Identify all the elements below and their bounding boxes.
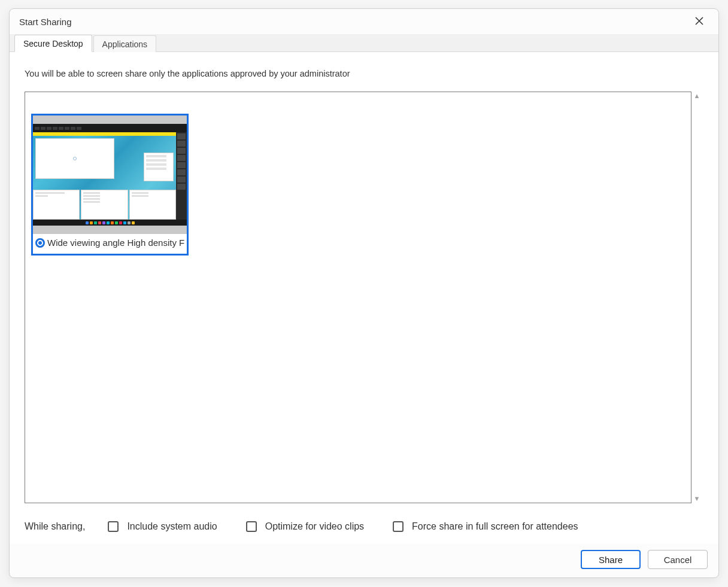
share-button[interactable]: Share bbox=[581, 550, 641, 569]
optimize-video-label: Optimize for video clips bbox=[265, 521, 364, 532]
close-icon bbox=[695, 17, 703, 27]
scroll-down-icon[interactable]: ▼ bbox=[694, 495, 700, 502]
radio-selected-icon bbox=[35, 238, 45, 248]
screen-label: Wide viewing angle High density F bbox=[47, 238, 184, 248]
close-button[interactable] bbox=[692, 14, 706, 29]
scroll-up-icon[interactable]: ▲ bbox=[694, 93, 700, 99]
checkbox-icon bbox=[246, 521, 257, 532]
checkbox-icon bbox=[393, 521, 404, 532]
tab-content: You will be able to screen share only th… bbox=[10, 52, 718, 544]
include-audio-checkbox[interactable]: Include system audio bbox=[108, 521, 217, 532]
tabs-row: Secure Desktop Applications bbox=[10, 34, 718, 52]
optimize-video-checkbox[interactable]: Optimize for video clips bbox=[246, 521, 364, 532]
while-sharing-label: While sharing, bbox=[25, 521, 85, 532]
force-fullscreen-label: Force share in full screen for attendees bbox=[412, 521, 578, 532]
checkbox-icon bbox=[108, 521, 119, 532]
sharing-options: While sharing, Include system audio Opti… bbox=[25, 503, 703, 538]
cancel-button[interactable]: Cancel bbox=[648, 550, 708, 569]
start-sharing-dialog: Start Sharing Secure Desktop Application… bbox=[9, 8, 719, 578]
screens-container: Wide viewing angle High density F bbox=[25, 92, 691, 503]
include-audio-label: Include system audio bbox=[127, 521, 217, 532]
screen-thumbnail-wrap bbox=[33, 115, 187, 234]
tab-secure-desktop[interactable]: Secure Desktop bbox=[14, 35, 92, 52]
screen-label-row: Wide viewing angle High density F bbox=[33, 234, 187, 254]
scrollbar[interactable]: ▲ ▼ bbox=[691, 92, 702, 503]
info-text: You will be able to screen share only th… bbox=[25, 69, 703, 78]
dialog-footer: Share Cancel bbox=[10, 544, 718, 577]
dialog-header: Start Sharing bbox=[10, 9, 718, 34]
dialog-title: Start Sharing bbox=[19, 17, 72, 27]
screen-thumbnail bbox=[33, 124, 187, 226]
force-fullscreen-checkbox[interactable]: Force share in full screen for attendees bbox=[393, 521, 578, 532]
tab-applications[interactable]: Applications bbox=[93, 35, 157, 52]
screen-card-selected[interactable]: Wide viewing angle High density F bbox=[31, 114, 189, 256]
